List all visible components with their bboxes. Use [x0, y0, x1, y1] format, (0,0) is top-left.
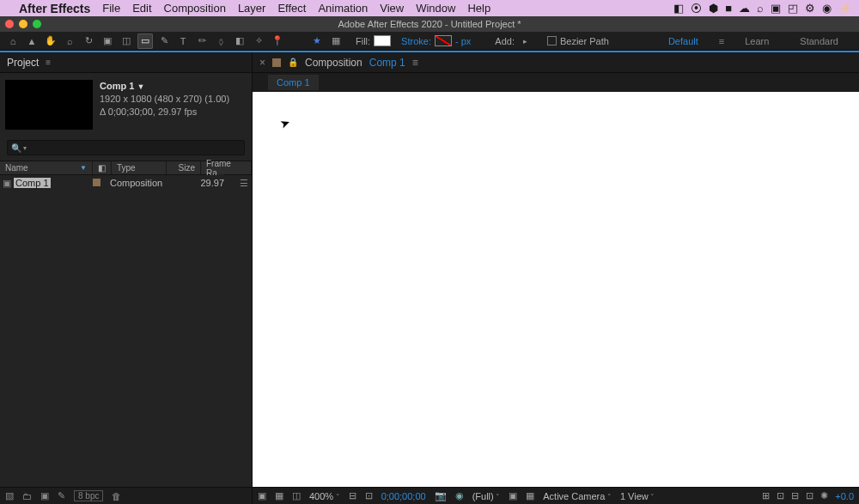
- tray-icon[interactable]: ◧: [673, 2, 684, 15]
- menu-edit[interactable]: Edit: [132, 2, 151, 15]
- puppet-tool-icon[interactable]: 📍: [270, 33, 285, 49]
- tray-icon[interactable]: ◉: [822, 2, 832, 15]
- trash-icon[interactable]: 🗑: [112, 491, 121, 501]
- viewer-menu-icon[interactable]: ≡: [412, 57, 418, 69]
- fill-label: Fill:: [356, 36, 370, 46]
- star-icon[interactable]: ★: [309, 33, 325, 49]
- composition-canvas[interactable]: ➤: [253, 92, 859, 487]
- grid-icon[interactable]: ▦: [526, 490, 534, 501]
- workspace-learn[interactable]: Learn: [729, 33, 784, 50]
- workspace-standard[interactable]: Standard: [784, 33, 854, 50]
- zoom-dropdown[interactable]: 400%: [309, 491, 340, 501]
- tray-icon[interactable]: ■: [725, 2, 732, 15]
- stroke-swatch[interactable]: [435, 35, 452, 46]
- lock-icon[interactable]: 🔒: [288, 58, 298, 67]
- camera-dropdown[interactable]: Active Camera: [543, 491, 612, 501]
- close-button[interactable]: [5, 20, 14, 28]
- views-dropdown[interactable]: 1 View: [620, 491, 655, 501]
- mask-icon[interactable]: ◫: [292, 490, 301, 501]
- comp-dropdown-icon[interactable]: ▼: [137, 82, 144, 91]
- col-framerate[interactable]: Frame Ra...: [201, 161, 252, 174]
- new-comp-icon[interactable]: ▣: [40, 490, 49, 501]
- tray-icon[interactable]: ▣: [771, 2, 781, 15]
- stroke-label[interactable]: Stroke:: [401, 36, 431, 46]
- menu-file[interactable]: File: [102, 2, 120, 15]
- clone-tool-icon[interactable]: ⎀: [213, 33, 228, 49]
- pixel-aspect-icon[interactable]: ⊞: [762, 490, 770, 501]
- roto-tool-icon[interactable]: ✧: [251, 33, 266, 49]
- project-list[interactable]: ▣ Comp 1 Composition 29.97 ☰: [0, 175, 252, 487]
- resolution-dropdown[interactable]: (Full): [472, 491, 501, 501]
- snap-icon[interactable]: ▦: [328, 33, 344, 49]
- comp-thumbnail[interactable]: [5, 80, 93, 130]
- type-tool-icon[interactable]: T: [175, 33, 191, 49]
- brush-tool-icon[interactable]: ✏: [194, 33, 210, 49]
- fill-swatch[interactable]: [374, 35, 391, 46]
- reset-exposure-icon[interactable]: ✺: [820, 490, 828, 501]
- tray-icon[interactable]: ⦿: [691, 2, 702, 15]
- project-row[interactable]: ▣ Comp 1 Composition 29.97 ☰: [0, 175, 252, 191]
- project-menu-icon[interactable]: ≡: [46, 58, 51, 67]
- rectangle-tool-icon[interactable]: ▭: [137, 33, 153, 49]
- project-search[interactable]: 🔍▾: [7, 140, 245, 155]
- tray-icon[interactable]: ☁: [739, 2, 750, 15]
- zoom-button[interactable]: [33, 20, 41, 28]
- row-name[interactable]: Comp 1: [14, 178, 51, 188]
- menu-layer[interactable]: Layer: [238, 2, 266, 15]
- col-size[interactable]: Size: [167, 161, 201, 174]
- menu-view[interactable]: View: [380, 2, 404, 15]
- row-menu-icon[interactable]: ☰: [240, 178, 252, 189]
- selection-tool-icon[interactable]: ▲: [24, 33, 40, 49]
- col-type[interactable]: Type: [112, 161, 167, 174]
- tray-bluetooth-icon[interactable]: ⚡: [838, 2, 852, 15]
- tray-icon[interactable]: ⬢: [709, 2, 718, 15]
- menu-animation[interactable]: Animation: [318, 2, 368, 15]
- project-tab[interactable]: Project: [7, 57, 39, 69]
- always-preview-icon[interactable]: ▣: [258, 490, 266, 501]
- roi-icon[interactable]: ⊡: [365, 490, 373, 501]
- timeline-icon[interactable]: ⊟: [791, 490, 799, 501]
- guides-icon[interactable]: ▣: [509, 490, 517, 501]
- rotation-tool-icon[interactable]: ↻: [81, 33, 96, 49]
- minimize-button[interactable]: [19, 20, 27, 28]
- stroke-width[interactable]: - px: [455, 36, 471, 46]
- transparency-grid-icon[interactable]: ▦: [275, 490, 283, 501]
- bpc-button[interactable]: 8 bpc: [74, 490, 103, 501]
- adjust-icon[interactable]: ✎: [58, 490, 65, 501]
- resolution-icon[interactable]: ⊟: [349, 490, 356, 501]
- home-icon[interactable]: ⌂: [5, 33, 21, 49]
- current-time[interactable]: 0;00;00;00: [381, 491, 426, 501]
- pen-tool-icon[interactable]: ✎: [156, 33, 172, 49]
- menu-effect[interactable]: Effect: [277, 2, 306, 15]
- comp-flowchart-icon[interactable]: ⊡: [806, 490, 813, 501]
- exposure-value[interactable]: +0.0: [835, 491, 854, 501]
- folder-icon[interactable]: 🗀: [22, 491, 32, 501]
- viewer-comp-name[interactable]: Comp 1: [369, 57, 405, 69]
- zoom-tool-icon[interactable]: ⌕: [62, 33, 77, 49]
- eraser-tool-icon[interactable]: ◧: [232, 33, 247, 49]
- add-dropdown-icon[interactable]: ▸: [518, 33, 533, 49]
- workspace-default[interactable]: Default: [653, 33, 714, 50]
- tray-icon[interactable]: ⌕: [757, 2, 764, 15]
- fast-preview-icon[interactable]: ⊡: [777, 490, 784, 501]
- menu-help[interactable]: Help: [467, 2, 490, 15]
- col-label[interactable]: ◧: [93, 161, 112, 174]
- hand-tool-icon[interactable]: ✋: [43, 33, 58, 49]
- menu-composition[interactable]: Composition: [164, 2, 226, 15]
- pan-behind-tool-icon[interactable]: ◫: [119, 33, 134, 49]
- tray-icon[interactable]: ⚙: [805, 2, 815, 15]
- camera-tool-icon[interactable]: ▣: [100, 33, 115, 49]
- interpret-icon[interactable]: ▧: [5, 490, 14, 501]
- viewer-tab-label: Composition: [305, 57, 362, 69]
- close-tab-icon[interactable]: ×: [259, 57, 265, 69]
- workspace-menu-icon[interactable]: ≡: [714, 33, 729, 50]
- snapshot-icon[interactable]: 📷: [435, 490, 447, 501]
- breadcrumb-item[interactable]: Comp 1: [268, 75, 319, 90]
- app-name[interactable]: After Effects: [19, 2, 90, 15]
- col-name[interactable]: Name▼: [0, 161, 93, 174]
- menu-window[interactable]: Window: [416, 2, 455, 15]
- channel-icon[interactable]: ◉: [455, 490, 464, 501]
- tray-icon[interactable]: ◰: [788, 2, 798, 15]
- bezier-checkbox[interactable]: [547, 36, 557, 46]
- row-label-swatch[interactable]: [93, 179, 101, 186]
